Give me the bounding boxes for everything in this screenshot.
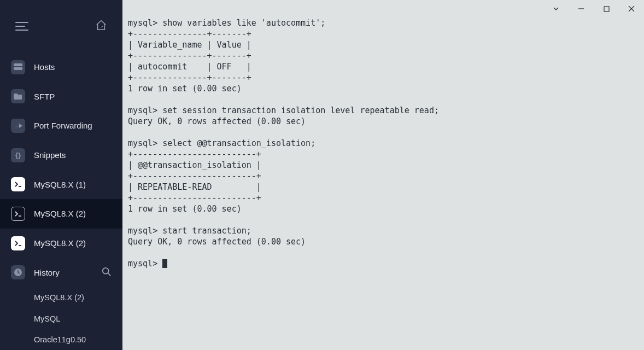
sidebar-item-label: SFTP [34,92,112,101]
sidebar-item-port-forwarding[interactable]: Port Forwarding [0,111,122,141]
sidebar-item-label: MySQL8.X (2) [34,238,112,248]
dropdown-button[interactable] [543,1,569,17]
sidebar-item-label: Port Forwarding [34,121,112,130]
forward-icon [11,119,25,133]
svg-rect-1 [14,63,22,66]
sidebar-item-history[interactable]: History [0,258,122,287]
history-item-label: MySQL8.X (2) [34,293,84,302]
terminal-output[interactable]: mysql> show variables like 'autocommit';… [122,18,644,350]
window-controls [122,0,644,18]
clock-icon [11,265,25,279]
history-item-2[interactable]: MySQL [0,308,122,329]
history-item-1[interactable]: MySQL8.X (2) [0,287,122,308]
sidebar-item-snippets[interactable]: {} Snippets [0,141,122,170]
sidebar-header [0,0,122,52]
sidebar-item-label: Hosts [34,62,112,72]
history-item-label: MySQL [34,314,60,323]
sidebar-item-session-1[interactable]: MySQL8.X (1) [0,170,122,199]
svg-rect-2 [14,67,22,70]
history-item-label: Oracle11g0.50 [34,335,86,344]
sidebar-item-label: Snippets [34,150,112,160]
sidebar-item-hosts[interactable]: Hosts [0,52,122,82]
terminal-icon [11,236,25,250]
maximize-button[interactable] [594,1,619,17]
sidebar-item-sftp[interactable]: SFTP [0,81,122,111]
history-item-3[interactable]: Oracle11g0.50 [0,329,122,350]
sidebar-item-session-2[interactable]: MySQL8.X (2) [0,199,122,229]
home-icon[interactable] [95,20,107,33]
folder-icon [11,89,25,103]
terminal-cursor [162,259,167,268]
sidebar-item-session-3[interactable]: MySQL8.X (2) [0,229,122,258]
terminal-icon [11,207,25,221]
svg-rect-5 [604,7,609,11]
sidebar-item-label: History [34,268,93,277]
close-button[interactable] [619,1,644,17]
terminal-icon [11,177,25,191]
search-icon[interactable] [102,267,112,278]
hosts-icon [11,60,25,74]
sidebar: Hosts SFTP Port Forwarding {} Snippets M… [0,0,122,350]
main-area: mysql> show variables like 'autocommit';… [122,0,644,350]
sidebar-item-label: MySQL8.X (2) [34,209,112,218]
braces-icon: {} [11,148,25,162]
svg-point-4 [103,268,109,274]
svg-point-0 [101,27,102,28]
minimize-button[interactable] [569,1,594,17]
menu-icon[interactable] [15,22,28,31]
sidebar-item-label: MySQL8.X (1) [34,180,112,189]
